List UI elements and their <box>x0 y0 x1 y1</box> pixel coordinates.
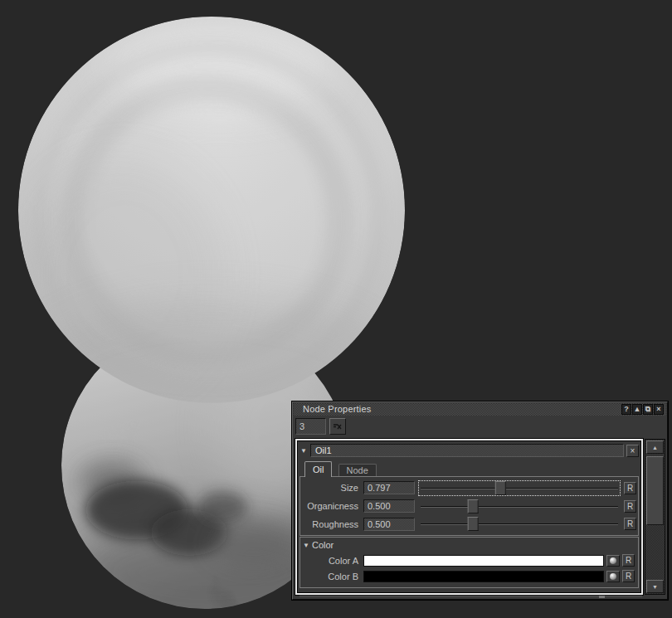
param-slider[interactable] <box>419 481 620 495</box>
node-name-bar[interactable]: Oil1 <box>310 444 624 457</box>
param-row: Size 0.797 R <box>302 481 636 495</box>
color-label: Color A <box>302 556 363 566</box>
param-slider[interactable] <box>419 517 620 531</box>
param-value-field[interactable]: 0.797 <box>363 481 415 494</box>
param-value-field[interactable]: 0.500 <box>363 518 415 531</box>
mini-slider-button[interactable] <box>329 418 346 435</box>
color-picker-button[interactable] <box>606 571 620 582</box>
color-swatch[interactable] <box>363 555 604 567</box>
reset-button[interactable]: R <box>624 482 636 494</box>
collapse-color-icon[interactable]: ▼ <box>302 542 310 549</box>
node-properties-panel: Node Properties ?▲⧉× ▼ Oil1 × Oil Node <box>292 401 668 600</box>
color-swatch[interactable] <box>363 571 604 582</box>
slider-handle[interactable] <box>495 481 506 495</box>
scroll-down-button[interactable]: ▼ <box>646 580 664 593</box>
tab-oil[interactable]: Oil <box>304 461 332 477</box>
color-row: Color A R <box>302 554 636 567</box>
preview-sphere-main <box>18 17 405 440</box>
tab-node[interactable]: Node <box>338 464 377 477</box>
param-label: Roughness <box>302 519 363 529</box>
restore-icon[interactable]: ⧉ <box>643 404 653 415</box>
color-group: ▼ Color Color A R Color B R <box>299 537 639 588</box>
slider-groove <box>421 506 618 507</box>
shade-icon[interactable]: ▲ <box>632 404 642 415</box>
collapse-node-icon[interactable]: ▼ <box>299 447 308 455</box>
reset-button[interactable]: R <box>624 518 636 530</box>
params-group: Size 0.797 R Organicness 0.500 R Roughne… <box>299 476 639 536</box>
reset-button[interactable]: R <box>622 554 635 567</box>
panel-content-frame: ▼ Oil1 × Oil Node Size 0.797 R Organicne… <box>295 439 643 595</box>
color-rows: Color A R Color B R <box>302 554 636 582</box>
param-label: Size <box>302 483 363 493</box>
color-label: Color B <box>302 572 363 582</box>
sphere-icon <box>610 557 616 564</box>
slider-groove <box>421 488 618 489</box>
horizontal-scrollbar-thumb[interactable] <box>599 596 605 598</box>
panel-title: Node Properties <box>303 404 372 414</box>
slider-groove <box>421 523 618 524</box>
param-value-field[interactable]: 0.500 <box>363 499 415 513</box>
slider-handle[interactable] <box>467 517 478 531</box>
horizontal-scrollbar[interactable] <box>299 595 642 597</box>
color-section-label: Color <box>312 540 334 550</box>
titlebar-icons: ?▲⧉× <box>621 404 664 415</box>
vertical-scrollbar[interactable]: ▲ ▼ <box>645 439 665 595</box>
reset-button[interactable]: R <box>622 570 635 582</box>
sphere-icon <box>610 573 616 580</box>
node-header: ▼ Oil1 × <box>299 443 639 458</box>
param-row: Organicness 0.500 R <box>302 499 636 513</box>
tab-bar: Oil Node <box>304 461 377 477</box>
preview-count-field[interactable] <box>295 418 326 435</box>
param-slider[interactable] <box>419 499 620 513</box>
panel-titlebar[interactable]: Node Properties ?▲⧉× <box>294 403 666 416</box>
param-label: Organicness <box>302 501 363 511</box>
close-icon[interactable]: × <box>654 404 664 415</box>
mini-slider-icon <box>333 422 343 431</box>
reset-button[interactable]: R <box>624 500 636 513</box>
scroll-up-button[interactable]: ▲ <box>646 440 664 454</box>
color-row: Color B R <box>302 570 636 582</box>
color-section-header: ▼ Color <box>302 539 636 551</box>
slider-handle[interactable] <box>467 499 478 513</box>
application-window: Node Properties ?▲⧉× ▼ Oil1 × Oil Node <box>0 0 672 618</box>
color-picker-button[interactable] <box>606 555 620 567</box>
help-icon[interactable]: ? <box>621 404 631 415</box>
scrollbar-thumb[interactable] <box>646 456 664 525</box>
panel-content: ▼ Oil1 × Oil Node Size 0.797 R Organicne… <box>298 441 640 592</box>
remove-node-button[interactable]: × <box>626 445 639 457</box>
param-row: Roughness 0.500 R <box>302 517 636 531</box>
